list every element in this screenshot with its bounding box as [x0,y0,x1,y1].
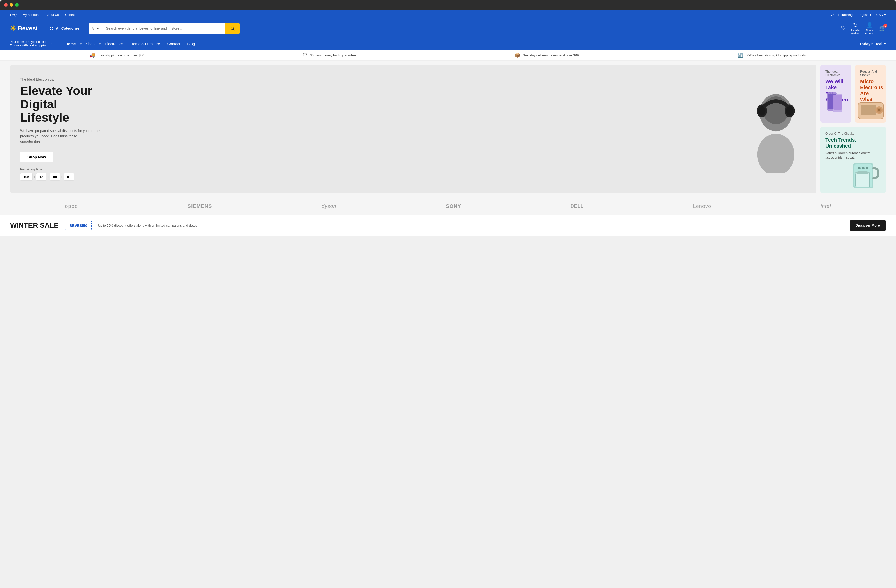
brand-intel[interactable]: intel [821,203,831,209]
box-icon: 📦 [515,52,520,58]
winter-sale-title: WINTER SALE [10,221,59,230]
main-nav: Home ▾ Shop ▾ Electronics Home & Furnitu… [62,41,198,46]
wishlist-label: Wishlist [851,32,860,35]
timer-minutes: 12 [36,173,47,181]
svg-rect-3 [52,29,53,30]
discover-more-button[interactable]: Discover More [850,221,886,230]
shield-icon: 🛡 [303,53,308,58]
utility-account-link[interactable]: My account [23,13,39,17]
coffee-maker-image [848,158,884,193]
banner3-title: Tech Trends, Unleashed [826,137,881,149]
brand-siemens[interactable]: SIEMENS [188,203,212,209]
todays-deal-btn[interactable]: Today's Deal ▾ [859,41,886,46]
site-logo[interactable]: ✳ Bevesi [10,24,40,33]
promo-banner: Your order is at your door in 2 hours wi… [10,40,57,47]
order-tracking-link[interactable]: Order Tracking [831,13,853,17]
all-categories-btn[interactable]: All Categories [45,26,84,31]
banner3-subtitle: Order Of The Circuits [826,132,881,135]
svg-rect-23 [856,173,870,187]
promo-text-line1: Your order is at your door in [10,40,49,44]
timer-boxes: 105 : 12 : 08 : 01 [20,173,806,181]
svg-rect-0 [50,27,51,28]
wishlist-btn[interactable]: ♡ [841,25,846,32]
promo-chevron-icon: › [50,41,52,46]
currency-label: USD [876,13,883,17]
banner2-subtitle: Regular And Stabler [860,70,881,77]
reorder-btn[interactable]: ↻ Reorder Wishlist [851,22,860,35]
timer-label: Remaining Time: [20,168,806,171]
shipping-icon: 🚚 [90,52,95,58]
search-category-dropdown[interactable]: All ▾ [89,23,102,34]
radio-image [857,97,885,120]
svg-point-7 [758,106,765,116]
sale-code-badge: BEVESI50 [65,221,92,230]
search-bar: All ▾ [89,23,240,34]
logo-icon: ✳ [10,24,16,33]
brand-oppo[interactable]: oppo [65,203,78,209]
account-btn[interactable]: 👤 Sign In Account [865,22,874,35]
hero-subtitle: The Ideal Electronics. [20,77,806,81]
language-label: English [858,13,869,17]
brand-dell[interactable]: DELL [571,204,584,209]
timer-seconds: 08 [50,173,61,181]
info-returns-text: 60-Day free returns, All shipping method… [745,53,806,57]
account-icon: 👤 [866,22,873,29]
svg-point-24 [855,171,870,174]
reorder-icon: ↻ [853,22,858,29]
nav-contact[interactable]: Contact [164,41,183,46]
mac-fullscreen-btn[interactable] [15,3,19,6]
info-shipping: 🚚 Free shipping on order over $50 [90,52,144,58]
heart-icon: ♡ [841,25,846,32]
utility-bar-left: FAQ My account About Us Contact [10,13,76,17]
nav-electronics[interactable]: Electronics [102,41,126,46]
logo-text: Bevesi [18,25,37,32]
brand-lenovo[interactable]: Lenovo [693,203,711,209]
header-actions: ♡ ↻ Reorder Wishlist 👤 Sign In Account 🛒… [841,22,886,35]
timer-sep-3: : [61,175,62,179]
nav-shop[interactable]: Shop [83,41,98,46]
info-nextday-text: Next day delivery free–spend over $99 [523,53,579,57]
utility-bar-right: Order Tracking English ▾ USD ▾ [831,13,886,17]
timer-hours: 105 [20,173,32,181]
nav-blog[interactable]: Blog [184,41,198,46]
search-button[interactable] [225,23,240,34]
shop-now-button[interactable]: Shop Now [20,152,53,163]
svg-point-27 [866,167,868,169]
utility-about-link[interactable]: About Us [46,13,59,17]
nav-home[interactable]: Home [62,41,79,46]
nav-home-furniture[interactable]: Home & Furniture [127,41,163,46]
sale-description: Up to 50% discount offers along with unl… [98,224,844,227]
deal-caret-icon: ▾ [884,41,886,46]
promo-text-line2: 2 hours with fast shipping. [10,44,49,47]
language-caret: ▾ [870,13,871,17]
hero-description: We have prepared special discounts for y… [20,128,101,144]
grid-icon [49,26,54,31]
svg-point-26 [862,167,864,169]
brand-sony[interactable]: SONY [446,203,461,209]
info-moneyback: 🛡 30 days money back guarantee [303,53,355,58]
mac-close-btn[interactable] [4,3,8,6]
hero-title: Elevate Your Digital Lifestyle [20,84,101,124]
nav-separator-2: ▾ [99,41,101,46]
currency-caret: ▾ [884,13,886,17]
language-selector[interactable]: English ▾ [858,13,871,17]
cart-btn[interactable]: 🛒 0 [879,25,886,32]
reorder-label: Reorder [851,29,860,32]
brand-dyson[interactable]: dyson [322,203,336,209]
timer-sep-1: : [34,175,35,179]
utility-contact-link[interactable]: Contact [65,13,76,17]
mac-minimize-btn[interactable] [9,3,13,6]
info-returns: 🔄 60-Day free returns, All shipping meth… [738,52,806,58]
banner-take-you-anywhere[interactable]: The Ideal Electronics. We Will Take You … [820,65,851,123]
svg-rect-14 [833,95,842,110]
svg-point-10 [757,134,794,173]
currency-selector[interactable]: USD ▾ [876,13,886,17]
banner-tech-trends[interactable]: Order Of The Circuits Tech Trends, Unlea… [820,127,886,193]
returns-icon: 🔄 [738,52,743,58]
info-moneyback-text: 30 days money back guarantee [310,53,355,57]
utility-faq-link[interactable]: FAQ [10,13,17,17]
banner-micro-electrons[interactable]: Regular And Stabler Micro Electrons Are … [855,65,886,123]
search-input[interactable] [102,23,225,34]
account-label: Account [865,32,874,35]
phones-image [820,90,850,120]
